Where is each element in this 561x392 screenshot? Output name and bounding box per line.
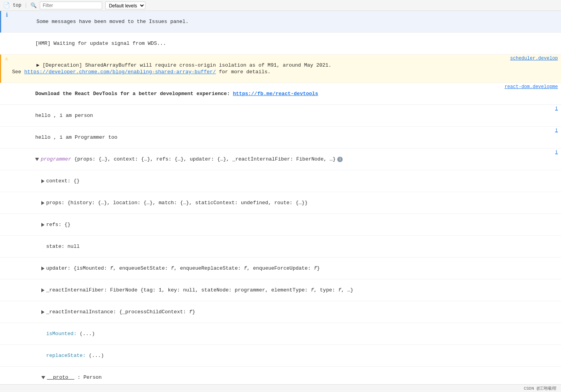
- console-line-warn: ⚠ ▶ [Deprecation] SharedArrayBuffer will…: [0, 55, 561, 83]
- line-content: isMounted: (...): [17, 323, 561, 344]
- line-content: Some messages have been moved to the Iss…: [12, 11, 561, 32]
- proto-key: __proto__: [47, 374, 74, 380]
- line-gutter: [6, 258, 17, 258]
- msg-text: _reactInternalFiber: FiberNode {tag: 1, …: [46, 287, 353, 293]
- line-gutter: [0, 148, 11, 149]
- info-icon: ℹ: [6, 12, 8, 18]
- console-line: updater: {isMounted: f, enqueueSetState:…: [0, 258, 561, 279]
- page-icon: 📄: [3, 2, 10, 9]
- console-line: hello , i am person i: [0, 105, 561, 127]
- warn-icon: ⚠: [5, 55, 8, 62]
- console-line: state: null: [0, 236, 561, 258]
- line-content: ▶ [Deprecation] SharedArrayBuffer will r…: [12, 55, 509, 83]
- msg-text: refs: {}: [46, 222, 70, 228]
- msg-text: hello , i am person: [35, 113, 93, 118]
- devtools-text: Download the React DevTools for a better…: [35, 91, 233, 97]
- top-label: top: [13, 3, 21, 8]
- console-line: props: {history: {…}, location: {…}, mat…: [0, 192, 561, 214]
- console-body: ℹ Some messages have been moved to the I…: [0, 11, 561, 392]
- line-content: replaceState: (...): [17, 345, 561, 366]
- divider: |: [25, 2, 28, 8]
- expand-icon[interactable]: [41, 376, 45, 379]
- console-line: hello , i am Programmer too i: [0, 127, 561, 148]
- top-bar: 📄 top | 🔍 Default levels Verbose Info Wa…: [0, 0, 561, 11]
- line-content: programmer {props: {…}, context: {…}, re…: [11, 148, 554, 170]
- line-content: props: {history: {…}, location: {…}, mat…: [17, 192, 561, 214]
- line-content: updater: {isMounted: f, enqueueSetState:…: [17, 258, 561, 279]
- msg-text: hello , i am Programmer too: [35, 134, 117, 140]
- line-source[interactable]: react-dom.developme: [503, 83, 561, 90]
- msg-text: state: null: [41, 244, 80, 249]
- line-gutter: [6, 323, 17, 324]
- console-line: ℹ Some messages have been moved to the I…: [0, 11, 561, 33]
- bottom-bar: CSDN @江翊羲楷: [0, 384, 561, 392]
- line-content: context: {}: [17, 170, 561, 192]
- line-source[interactable]: i: [554, 105, 561, 112]
- proto-value: : Person: [74, 374, 102, 380]
- line-content: hello , i am person: [11, 105, 554, 126]
- line-gutter: [0, 83, 11, 84]
- line-gutter: [6, 214, 17, 215]
- line-content: refs: {}: [17, 214, 561, 235]
- msg-see: See: [12, 69, 24, 75]
- deprecation-link[interactable]: https://developer.chrome.com/blog/enabli…: [24, 69, 216, 75]
- line-gutter: [6, 367, 17, 367]
- console-line: context: {}: [0, 170, 561, 192]
- line-gutter: [0, 33, 11, 34]
- line-content: _reactInternalInstance: {_processChildCo…: [17, 301, 561, 323]
- line-content: _reactInternalFiber: FiberNode {tag: 1, …: [17, 279, 561, 301]
- line-content: [HMR] Waiting for update signal from WDS…: [11, 33, 561, 54]
- expand-icon[interactable]: [41, 310, 44, 314]
- msg-text: Some messages have been moved to the Iss…: [36, 19, 188, 25]
- console-line: replaceState: (...): [0, 345, 561, 367]
- footer-label: CSDN @江翊羲楷: [524, 385, 556, 391]
- line-gutter: [6, 345, 17, 346]
- msg-text: context: {}: [46, 178, 80, 184]
- line-gutter: [6, 279, 17, 280]
- line-gutter: ⚠: [1, 55, 12, 62]
- expand-icon[interactable]: [41, 179, 44, 183]
- line-content: hello , i am Programmer too: [11, 127, 554, 148]
- msg-text: isMounted: (...): [41, 331, 95, 337]
- msg-text: updater: {isMounted: f, enqueueSetState:…: [46, 265, 320, 271]
- line-gutter: [6, 192, 17, 193]
- console-line: refs: {}: [0, 214, 561, 236]
- line-source[interactable]: scheduler.develop: [509, 55, 561, 62]
- expand-icon[interactable]: [41, 267, 44, 270]
- line-gutter: [0, 105, 11, 106]
- line-gutter: ℹ: [1, 11, 12, 18]
- info-circle-icon[interactable]: i: [337, 157, 343, 162]
- line-content: Download the React DevTools for a better…: [11, 83, 503, 104]
- line-gutter: [6, 170, 17, 171]
- console-line-programmer: programmer {props: {…}, context: {…}, re…: [0, 148, 561, 170]
- programmer-value: {props: {…}, context: {…}, refs: {…}, up…: [71, 156, 336, 162]
- msg-more: for more details.: [216, 69, 271, 75]
- programmer-key: programmer: [41, 156, 71, 162]
- filter-input[interactable]: [40, 2, 102, 9]
- line-source[interactable]: i: [554, 148, 561, 156]
- line-gutter: [6, 301, 17, 302]
- expand-icon[interactable]: [41, 288, 44, 292]
- console-line: isMounted: (...): [0, 323, 561, 345]
- msg-text: props: {history: {…}, location: {…}, mat…: [46, 200, 308, 206]
- expand-icon[interactable]: [41, 223, 44, 227]
- expand-icon[interactable]: [41, 201, 44, 205]
- msg-text: _reactInternalInstance: {_processChildCo…: [46, 309, 195, 315]
- line-gutter: [0, 127, 11, 127]
- console-line: [HMR] Waiting for update signal from WDS…: [0, 33, 561, 55]
- console-line: _reactInternalInstance: {_processChildCo…: [0, 301, 561, 323]
- line-gutter: [6, 236, 17, 237]
- expand-icon[interactable]: [35, 158, 39, 161]
- devtools-link[interactable]: https://fb.me/react-devtools: [233, 91, 318, 97]
- console-container: 📄 top | 🔍 Default levels Verbose Info Wa…: [0, 0, 561, 392]
- console-line-devtools: Download the React DevTools for a better…: [0, 83, 561, 105]
- msg-text: [HMR] Waiting for update signal from WDS…: [35, 41, 166, 46]
- line-source[interactable]: i: [554, 127, 561, 134]
- filter-icon: 🔍: [30, 2, 37, 9]
- level-select[interactable]: Default levels Verbose Info Warning Erro…: [105, 2, 145, 9]
- console-line: _reactInternalFiber: FiberNode {tag: 1, …: [0, 279, 561, 301]
- msg-text: ▶ [Deprecation] SharedArrayBuffer will r…: [12, 62, 331, 75]
- msg-text: replaceState: (...): [41, 353, 104, 358]
- line-content: state: null: [17, 236, 561, 257]
